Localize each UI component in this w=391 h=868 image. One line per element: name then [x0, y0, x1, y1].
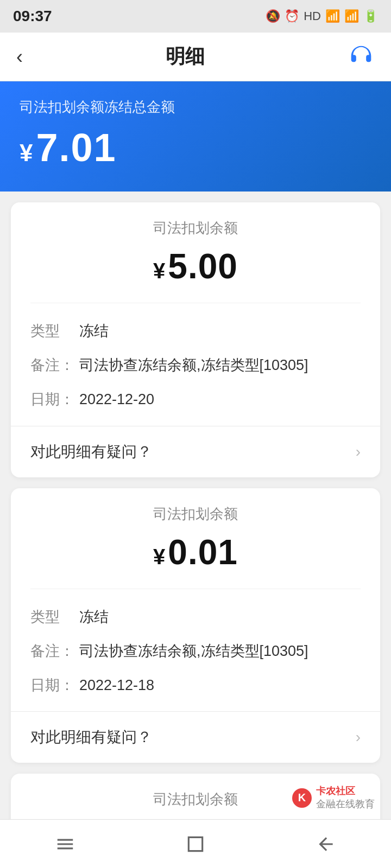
field-label-type-2: 类型 — [30, 605, 79, 629]
mute-icon: 🔕 — [266, 9, 280, 23]
field-label-date-2: 日期： — [30, 674, 79, 697]
field-value-remark-2: 司法协查冻结余额,冻结类型[10305] — [79, 640, 361, 663]
card-inner-2: 司法扣划余额 ¥0.01 类型 冻结 备注： 司法协查冻结余额,冻结类型[103… — [11, 488, 380, 703]
content-area: 司法扣划余额 ¥5.00 类型 冻结 备注： 司法协查冻结余额,冻结类型[103… — [0, 192, 391, 868]
hero-label: 司法扣划余额冻结总金额 — [20, 98, 371, 117]
field-value-remark-1: 司法协查冻结余额,冻结类型[10305] — [79, 354, 361, 377]
card-title-2: 司法扣划余额 — [30, 505, 361, 524]
card-amount-2: ¥0.01 — [30, 532, 361, 572]
transaction-card-1: 司法扣划余额 ¥5.00 类型 冻结 备注： 司法协查冻结余额,冻结类型[103… — [11, 202, 380, 477]
chevron-right-icon-1: › — [356, 443, 361, 461]
headset-icon — [349, 45, 373, 69]
hero-currency: ¥ — [20, 139, 34, 166]
square-icon — [185, 834, 206, 854]
hd-indicator: HD — [304, 9, 321, 23]
card-title-1: 司法扣划余额 — [30, 219, 361, 238]
field-label-date-1: 日期： — [30, 388, 79, 411]
card-currency-2: ¥ — [153, 545, 166, 569]
field-remark-2: 备注： 司法协查冻结余额,冻结类型[10305] — [30, 634, 361, 668]
signal-icon-2: 📶 — [344, 9, 359, 23]
status-icons: 🔕 ⏰ HD 📶 📶 🔋 — [266, 9, 378, 23]
card-action-text-1: 对此明细有疑问？ — [30, 442, 152, 462]
bottom-nav — [0, 819, 391, 868]
field-value-date-2: 2022-12-18 — [79, 674, 361, 697]
card-action-2[interactable]: 对此明细有疑问？ › — [11, 712, 380, 763]
nav-home-button[interactable] — [130, 820, 261, 868]
watermark-line1: 卡农社区 — [316, 785, 375, 797]
battery-icon: 🔋 — [363, 9, 378, 23]
field-remark-1: 备注： 司法协查冻结余额,冻结类型[10305] — [30, 348, 361, 382]
svg-text:K: K — [298, 792, 306, 803]
card-currency-1: ¥ — [153, 259, 166, 283]
field-type-1: 类型 冻结 — [30, 314, 361, 348]
card-amount-value-2: 0.01 — [168, 533, 238, 572]
field-label-type-1: 类型 — [30, 320, 79, 343]
status-time: 09:37 — [13, 8, 52, 25]
alarm-icon: ⏰ — [285, 9, 299, 23]
field-label-remark-2: 备注： — [30, 640, 79, 663]
card-amount-1: ¥5.00 — [30, 246, 361, 286]
field-date-1: 日期： 2022-12-20 — [30, 382, 361, 417]
page-title: 明细 — [166, 43, 205, 70]
card-action-1[interactable]: 对此明细有疑问？ › — [11, 426, 380, 477]
chevron-right-icon-2: › — [356, 729, 361, 746]
card-fields-2: 类型 冻结 备注： 司法协查冻结余额,冻结类型[10305] 日期： 2022-… — [30, 589, 361, 703]
customer-service-button[interactable] — [348, 43, 375, 71]
card-amount-value-1: 5.00 — [168, 247, 238, 286]
watermark: K 卡农社区 金融在线教育 — [287, 782, 380, 814]
watermark-logo-icon: K — [292, 788, 312, 808]
watermark-text: 卡农社区 金融在线教育 — [316, 785, 375, 810]
field-date-2: 日期： 2022-12-18 — [30, 668, 361, 703]
hamburger-icon — [55, 834, 75, 854]
card-inner-1: 司法扣划余额 ¥5.00 类型 冻结 备注： 司法协查冻结余额,冻结类型[103… — [11, 202, 380, 417]
field-value-type-1: 冻结 — [79, 320, 361, 343]
hero-amount: ¥7.01 — [20, 125, 371, 170]
card-action-text-2: 对此明细有疑问？ — [30, 727, 152, 748]
back-button[interactable]: ‹ — [16, 46, 23, 68]
field-type-2: 类型 冻结 — [30, 600, 361, 634]
card-fields-1: 类型 冻结 备注： 司法协查冻结余额,冻结类型[10305] 日期： 2022-… — [30, 303, 361, 417]
watermark-line2: 金融在线教育 — [316, 798, 375, 810]
field-value-date-1: 2022-12-20 — [79, 388, 361, 411]
field-label-remark-1: 备注： — [30, 354, 79, 377]
signal-icon-1: 📶 — [325, 9, 340, 23]
field-value-type-2: 冻结 — [79, 605, 361, 629]
triangle-back-icon — [316, 834, 336, 854]
nav-back-button[interactable] — [261, 820, 391, 868]
status-bar: 09:37 🔕 ⏰ HD 📶 📶 🔋 — [0, 0, 391, 33]
hero-amount-value: 7.01 — [36, 126, 116, 169]
nav-menu-button[interactable] — [0, 820, 130, 868]
nav-bar: ‹ 明细 — [0, 33, 391, 81]
transaction-card-2: 司法扣划余额 ¥0.01 类型 冻结 备注： 司法协查冻结余额,冻结类型[103… — [11, 488, 380, 763]
hero-banner: 司法扣划余额冻结总金额 ¥7.01 — [0, 81, 391, 192]
